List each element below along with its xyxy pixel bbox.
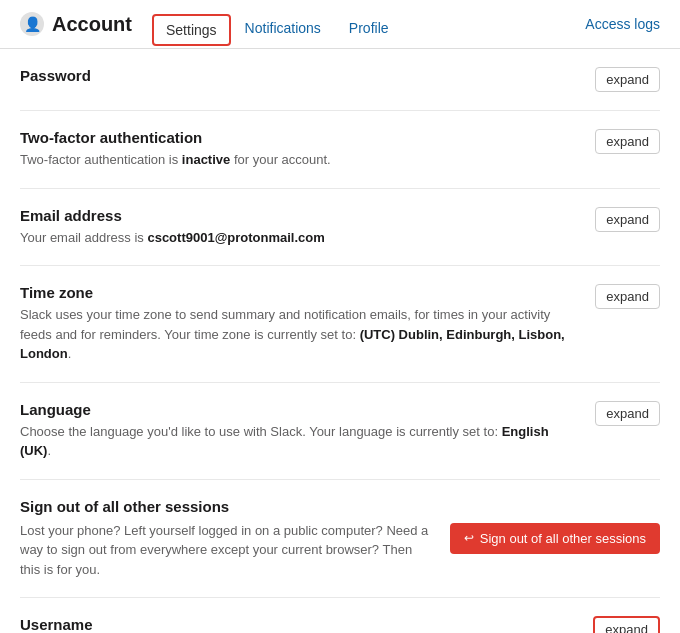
access-logs-link[interactable]: Access logs — [585, 16, 660, 32]
timezone-expand-button[interactable]: expand — [595, 284, 660, 309]
page-title-group: 👤 Account — [20, 12, 132, 46]
tab-notifications[interactable]: Notifications — [231, 10, 335, 48]
language-title: Language — [20, 401, 575, 418]
page-header: 👤 Account Settings Notifications Profile… — [0, 0, 680, 49]
sign-out-icon: ↩ — [464, 531, 474, 545]
username-expand-button[interactable]: expand — [593, 616, 660, 633]
username-title: Username — [20, 616, 573, 633]
timezone-title: Time zone — [20, 284, 575, 301]
sign-out-desc: Lost your phone? Left yourself logged in… — [20, 521, 430, 580]
language-expand-button[interactable]: expand — [595, 401, 660, 426]
two-factor-section: Two-factor authentication Two-factor aut… — [20, 111, 660, 189]
timezone-section: Time zone Slack uses your time zone to s… — [20, 266, 660, 383]
two-factor-expand-button[interactable]: expand — [595, 129, 660, 154]
sign-out-section: Sign out of all other sessions Lost your… — [20, 480, 660, 599]
username-section: Username expand — [20, 598, 660, 633]
email-desc: Your email address is cscott9001@protonm… — [20, 228, 575, 248]
tab-settings[interactable]: Settings — [152, 14, 231, 46]
two-factor-title: Two-factor authentication — [20, 129, 575, 146]
password-section: Password expand — [20, 49, 660, 111]
page-title: Account — [52, 13, 132, 36]
email-expand-button[interactable]: expand — [595, 207, 660, 232]
nav-tabs: Settings Notifications Profile — [152, 10, 585, 48]
email-title: Email address — [20, 207, 575, 224]
content-area: Password expand Two-factor authenticatio… — [0, 49, 680, 633]
two-factor-desc: Two-factor authentication is inactive fo… — [20, 150, 575, 170]
language-section: Language Choose the language you'd like … — [20, 383, 660, 480]
password-expand-button[interactable]: expand — [595, 67, 660, 92]
page-container: 👤 Account Settings Notifications Profile… — [0, 0, 680, 633]
sign-out-button[interactable]: ↩ Sign out of all other sessions — [450, 523, 660, 554]
tab-profile[interactable]: Profile — [335, 10, 403, 48]
email-section: Email address Your email address is csco… — [20, 189, 660, 267]
nav-right: Access logs — [585, 16, 660, 42]
language-desc: Choose the language you'd like to use wi… — [20, 422, 575, 461]
timezone-desc: Slack uses your time zone to send summar… — [20, 305, 575, 364]
sign-out-button-label: Sign out of all other sessions — [480, 531, 646, 546]
sign-out-title: Sign out of all other sessions — [20, 498, 430, 515]
account-icon: 👤 — [20, 12, 44, 36]
password-title: Password — [20, 67, 575, 84]
